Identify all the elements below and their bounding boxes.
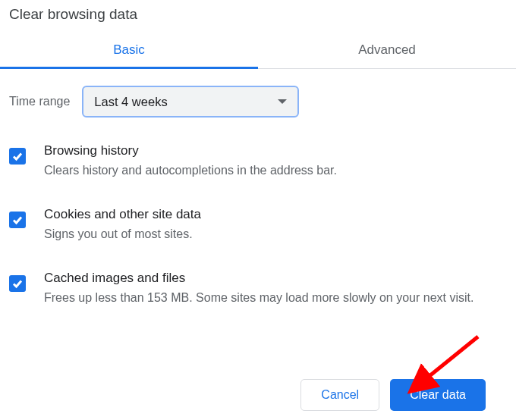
tab-basic[interactable]: Basic [0, 33, 258, 68]
option-text: Cookies and other site data Signs you ou… [44, 207, 201, 243]
dialog-body: Time range Last 4 weeks Browsing history… [0, 69, 516, 307]
svg-line-1 [422, 337, 478, 382]
option-text: Cached images and files Frees up less th… [44, 271, 474, 307]
clear-data-button[interactable]: Clear data [390, 379, 486, 411]
option-title: Cookies and other site data [44, 207, 201, 222]
time-range-select[interactable]: Last 4 weeks [82, 86, 299, 118]
checkmark-icon [11, 214, 24, 226]
checkbox-cookies[interactable] [9, 212, 26, 228]
option-title: Browsing history [44, 143, 337, 158]
option-description: Frees up less than 153 MB. Some sites ma… [44, 289, 474, 307]
time-range-label: Time range [9, 95, 70, 108]
cancel-button[interactable]: Cancel [300, 379, 379, 411]
chevron-down-icon [278, 99, 287, 104]
tab-advanced[interactable]: Advanced [258, 33, 516, 68]
dialog-footer: Cancel Clear data [300, 379, 486, 411]
checkmark-icon [11, 277, 24, 290]
checkmark-icon [11, 150, 24, 162]
option-cached: Cached images and files Frees up less th… [9, 271, 507, 307]
checkbox-cached[interactable] [9, 275, 26, 292]
time-range-value: Last 4 weeks [94, 95, 167, 109]
option-description: Signs you out of most sites. [44, 225, 201, 243]
option-title: Cached images and files [44, 271, 474, 286]
tabs: Basic Advanced [0, 33, 516, 69]
option-browsing-history: Browsing history Clears history and auto… [9, 143, 507, 180]
option-cookies: Cookies and other site data Signs you ou… [9, 207, 507, 243]
dialog-title: Clear browsing data [0, 0, 516, 33]
checkbox-browsing-history[interactable] [9, 148, 26, 165]
option-text: Browsing history Clears history and auto… [44, 143, 337, 180]
time-range-row: Time range Last 4 weeks [9, 86, 507, 118]
option-description: Clears history and autocompletions in th… [44, 161, 337, 180]
